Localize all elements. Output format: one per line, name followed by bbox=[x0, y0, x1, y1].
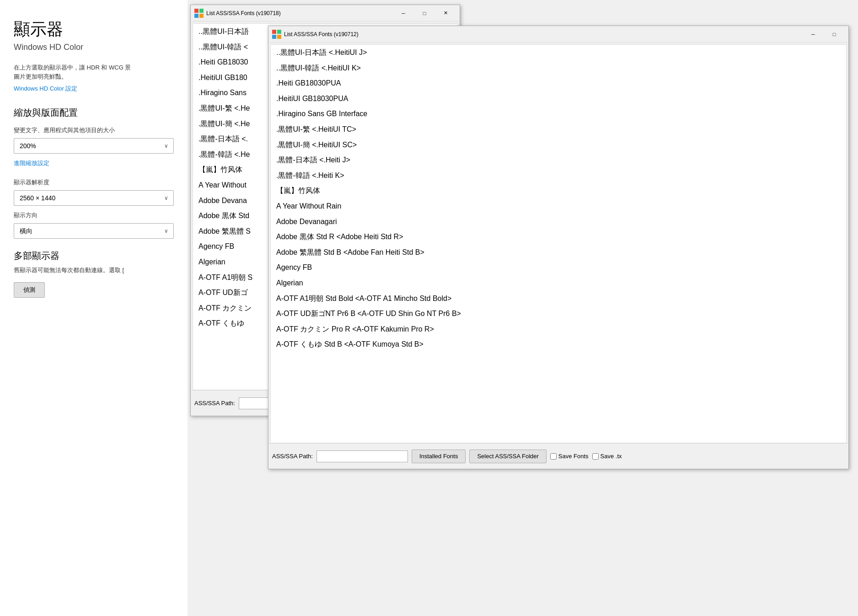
svg-rect-3 bbox=[199, 14, 204, 18]
svg-rect-5 bbox=[277, 30, 281, 34]
bottom-bar-front: ASS/SSA Path: Installed Fonts Select ASS… bbox=[268, 443, 848, 469]
maximize-btn-front[interactable]: □ bbox=[824, 27, 845, 41]
select-folder-btn[interactable]: Select ASS/SSA Folder bbox=[469, 450, 546, 463]
titlebar-front[interactable]: List ASS/SSA Fonts (v190712) ─ □ bbox=[268, 26, 848, 43]
app-icon-front bbox=[272, 30, 281, 39]
list-item[interactable]: .黒體UI-簡 <.HeitiUI SC> bbox=[271, 137, 846, 153]
minimize-btn-front[interactable]: ─ bbox=[803, 27, 824, 41]
settings-panel: 顯示器 Windows HD Color 在上方選取的顯示器中，讓 HDR 和 … bbox=[0, 0, 188, 616]
scale-label: 變更文字、應用程式與其他項目的大小 bbox=[14, 126, 174, 134]
list-item[interactable]: 【嵐】竹风体 bbox=[271, 183, 846, 198]
save-txt-label[interactable]: Save .tx bbox=[592, 453, 622, 460]
font-list-window-front: List ASS/SSA Fonts (v190712) ─ □ ..黒體UI-… bbox=[268, 26, 849, 469]
svg-rect-1 bbox=[199, 9, 204, 13]
orientation-select-wrapper: 橫向 bbox=[14, 223, 174, 239]
path-label-front: ASS/SSA Path: bbox=[272, 453, 313, 460]
list-item[interactable]: .Heiti GB18030PUA bbox=[271, 75, 846, 91]
hd-color-link[interactable]: Windows HD Color 設定 bbox=[14, 85, 174, 93]
hd-color-subtitle: Windows HD Color bbox=[14, 43, 174, 52]
list-item[interactable]: .Hiragino Sans GB Interface bbox=[271, 106, 846, 122]
titlebar-back[interactable]: List ASS/SSA Fonts (v190718) ─ □ ✕ bbox=[191, 5, 460, 21]
window-controls-front: ─ □ bbox=[803, 27, 845, 41]
list-item[interactable]: A-OTF カクミン Pro R <A-OTF Kakumin Pro R> bbox=[271, 321, 846, 337]
svg-rect-0 bbox=[194, 9, 198, 13]
close-btn-back[interactable]: ✕ bbox=[435, 6, 456, 20]
app-icon-back bbox=[194, 9, 204, 18]
list-item[interactable]: A-OTF UD新ゴNT Pr6 B <A-OTF UD Shin Go NT … bbox=[271, 306, 846, 321]
resolution-label: 顯示器解析度 bbox=[14, 178, 174, 187]
path-input-front[interactable] bbox=[316, 450, 408, 462]
list-item[interactable]: A-OTF A1明朝 Std Bold <A-OTF A1 Mincho Std… bbox=[271, 291, 846, 306]
resolution-select[interactable]: 2560 × 1440 bbox=[14, 190, 174, 206]
multi-display-desc: 舊顯示器可能無法每次都自動連線。選取 [ bbox=[14, 266, 174, 275]
font-list-front[interactable]: ..黒體UI-日本語 <.HeitiUI J> ..黒體UI-韓語 <.Heit… bbox=[270, 44, 847, 443]
hd-color-description: 在上方選取的顯示器中，讓 HDR 和 WCG 景圖片更加明亮鮮豔。 bbox=[14, 63, 174, 81]
orientation-select[interactable]: 橫向 bbox=[14, 223, 174, 239]
save-fonts-label[interactable]: Save Fonts bbox=[550, 453, 589, 460]
save-txt-checkbox[interactable] bbox=[592, 453, 599, 460]
window-controls-back: ─ □ ✕ bbox=[393, 6, 456, 20]
installed-fonts-btn-front[interactable]: Installed Fonts bbox=[412, 450, 466, 463]
display-title: 顯示器 bbox=[14, 18, 174, 41]
window-title-front: List ASS/SSA Fonts (v190712) bbox=[284, 31, 803, 37]
svg-rect-4 bbox=[272, 30, 276, 34]
list-item[interactable]: .黒體-日本語 <.Heiti J> bbox=[271, 152, 846, 168]
maximize-btn-back[interactable]: □ bbox=[414, 6, 435, 20]
list-item[interactable]: .黒體-韓語 <.Heiti K> bbox=[271, 168, 846, 183]
list-item[interactable]: Adobe 繁黒體 Std B <Adobe Fan Heiti Std B> bbox=[271, 245, 846, 260]
minimize-btn-back[interactable]: ─ bbox=[393, 6, 414, 20]
list-item[interactable]: .黒體UI-繁 <.HeitiUI TC> bbox=[271, 122, 846, 137]
list-item[interactable]: .HeitiUI GB18030PUA bbox=[271, 91, 846, 107]
scale-section-title: 縮放與版面配置 bbox=[14, 107, 174, 119]
advanced-scale-link[interactable]: 進階縮放設定 bbox=[14, 159, 174, 167]
list-item[interactable]: Algerian bbox=[271, 275, 846, 291]
svg-rect-6 bbox=[272, 35, 276, 39]
list-item[interactable]: ..黒體UI-韓語 <.HeitiUI K> bbox=[271, 60, 846, 76]
list-item[interactable]: Adobe Devanagari bbox=[271, 214, 846, 230]
detect-button[interactable]: 偵測 bbox=[14, 282, 45, 298]
list-item[interactable]: A Year Without Rain bbox=[271, 198, 846, 214]
orientation-label: 顯示方向 bbox=[14, 211, 174, 220]
list-item[interactable]: Adobe 黒体 Std R <Adobe Heiti Std R> bbox=[271, 229, 846, 245]
scale-select[interactable]: 200% bbox=[14, 138, 174, 154]
svg-rect-2 bbox=[194, 14, 198, 18]
scale-select-wrapper: 200% bbox=[14, 138, 174, 154]
list-item[interactable]: Agency FB bbox=[271, 260, 846, 275]
window-title-back: List ASS/SSA Fonts (v190718) bbox=[206, 10, 393, 16]
multi-display-title: 多部顯示器 bbox=[14, 250, 174, 262]
list-item[interactable]: A-OTF くもゆ Std B <A-OTF Kumoya Std B> bbox=[271, 337, 846, 352]
svg-rect-7 bbox=[277, 35, 281, 39]
path-label-back: ASS/SSA Path: bbox=[194, 400, 235, 407]
list-item[interactable]: ..黒體UI-日本語 <.HeitiUI J> bbox=[271, 45, 846, 60]
resolution-select-wrapper: 2560 × 1440 bbox=[14, 190, 174, 206]
save-fonts-checkbox[interactable] bbox=[550, 453, 557, 460]
